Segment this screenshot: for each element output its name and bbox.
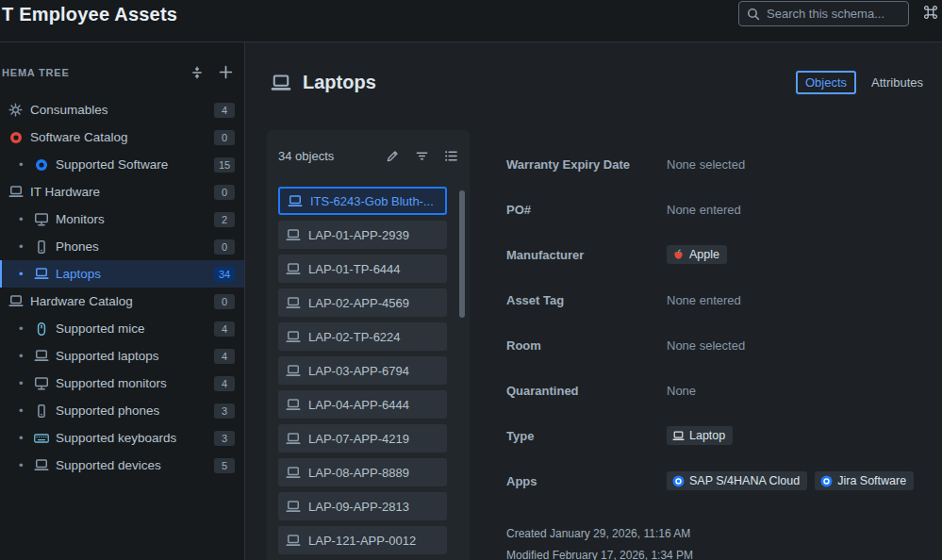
dot-circle-icon <box>8 131 24 144</box>
phone-icon <box>33 404 49 418</box>
bulk-edit-icon[interactable] <box>386 149 400 163</box>
laptop-icon <box>286 501 301 513</box>
field-label: Manufacturer <box>506 245 667 262</box>
list-view-icon[interactable] <box>444 149 458 163</box>
field-value: None entered <box>667 290 741 307</box>
count-badge: 34 <box>214 267 235 282</box>
count-badge: 4 <box>214 103 235 118</box>
field-value: None selected <box>667 336 745 353</box>
collapse-all-icon[interactable] <box>190 65 204 79</box>
object-meta: Created January 29, 2026, 11:16 AM Modif… <box>506 523 693 560</box>
object-label: LAP-09-APP-2813 <box>308 500 409 514</box>
add-object-type-icon[interactable] <box>219 65 233 79</box>
object-item-lap-121-app-0012[interactable]: LAP-121-APP-0012 <box>278 526 447 554</box>
object-item-lap-09-app-2813[interactable]: LAP-09-APP-2813 <box>278 492 447 520</box>
laptop-icon <box>286 467 301 479</box>
object-label: LAP-01-TP-6444 <box>308 262 401 276</box>
field-apps: AppsSAP S/4HANA CloudJira Software <box>506 471 940 492</box>
object-item-its-6243-gob-bluth[interactable]: ITS-6243-Gob Bluth-... <box>278 187 447 215</box>
bullet-icon: • <box>19 404 26 417</box>
object-details: Warranty Expiry DateNone selectedPO#None… <box>506 155 940 517</box>
laptop-icon <box>286 433 301 445</box>
count-badge: 3 <box>214 404 235 419</box>
count-badge: 3 <box>214 431 235 446</box>
schema-tree: Consumables4Software Catalog0•Supported … <box>0 89 244 479</box>
object-item-lap-02-app-4569[interactable]: LAP-02-APP-4569 <box>278 288 447 317</box>
count-badge: 0 <box>214 239 235 255</box>
filter-icon[interactable] <box>415 149 429 163</box>
schema-search-box[interactable] <box>738 1 909 26</box>
field-label: Apps <box>506 471 667 488</box>
sidebar-item-supported-mice[interactable]: •Supported mice4 <box>0 315 244 342</box>
count-badge: 4 <box>214 349 235 364</box>
laptop-icon <box>8 186 24 198</box>
monitor-icon <box>33 377 49 390</box>
tab-attributes[interactable]: Attributes <box>862 71 933 94</box>
tab-objects[interactable]: Objects <box>796 71 856 94</box>
sidebar-item-monitors[interactable]: •Monitors2 <box>0 206 244 233</box>
app-circle-icon <box>672 475 685 487</box>
field-value: SAP S/4HANA CloudJira Software <box>667 471 914 490</box>
laptop-icon <box>33 268 49 280</box>
tag-laptop[interactable]: Laptop <box>667 426 733 445</box>
field-label: Asset Tag <box>506 290 667 307</box>
field-room: RoomNone selected <box>506 336 940 356</box>
count-badge: 0 <box>214 294 235 309</box>
field-label: Type <box>506 426 667 443</box>
tag-label: Jira Software <box>837 474 906 487</box>
object-item-lap-02-tp-6224[interactable]: LAP-02-TP-6224 <box>278 322 447 351</box>
object-list-scrollbar[interactable] <box>459 190 465 554</box>
sidebar-item-consumables[interactable]: Consumables4 <box>0 96 244 124</box>
laptop-icon <box>286 229 301 241</box>
sidebar-item-phones[interactable]: •Phones0 <box>0 233 244 260</box>
object-item-lap-01-tp-6444[interactable]: LAP-01-TP-6444 <box>278 255 447 283</box>
sidebar-item-label: Laptops <box>56 267 101 281</box>
search-input[interactable] <box>767 7 901 21</box>
field-asset-tag: Asset TagNone entered <box>506 290 940 311</box>
sidebar-item-software-catalog[interactable]: Software Catalog0 <box>0 124 244 151</box>
sidebar-item-label: Supported laptops <box>56 349 159 363</box>
laptop-icon <box>286 263 301 275</box>
schema-tree-title: HEMA TREE <box>2 67 70 78</box>
bullet-icon: • <box>19 459 26 471</box>
object-item-lap-01-app-2939[interactable]: LAP-01-APP-2939 <box>278 221 447 249</box>
sidebar-item-supported-laptops[interactable]: •Supported laptops4 <box>0 342 244 370</box>
field-value: None selected <box>667 155 745 172</box>
sidebar-item-supported-keyboards[interactable]: •Supported keyboards3 <box>0 424 244 452</box>
sidebar-item-it-hardware[interactable]: IT Hardware0 <box>0 178 244 206</box>
sidebar-item-label: Monitors <box>56 212 105 226</box>
sidebar-item-supported-devices[interactable]: •Supported devices5 <box>0 452 244 479</box>
object-item-lap-04-app-6444[interactable]: LAP-04-APP-6444 <box>278 390 447 419</box>
sidebar-item-supported-monitors[interactable]: •Supported monitors4 <box>0 370 244 397</box>
tag-jira-software[interactable]: Jira Software <box>815 471 914 490</box>
field-label: Room <box>506 336 667 353</box>
sidebar-item-label: Phones <box>56 239 99 254</box>
tag-apple[interactable]: Apple <box>667 245 727 264</box>
object-list-header: 34 objects <box>278 145 458 166</box>
laptop-icon <box>33 459 49 471</box>
sidebar-item-hardware-catalog[interactable]: Hardware Catalog0 <box>0 288 244 315</box>
count-badge: 0 <box>214 130 235 145</box>
object-item-lap-07-app-4219[interactable]: LAP-07-APP-4219 <box>278 424 447 453</box>
field-value: None entered <box>667 200 741 217</box>
field-label: PO# <box>506 200 667 217</box>
laptop-icon <box>286 535 301 547</box>
sidebar-item-label: Supported devices <box>56 458 161 472</box>
count-badge: 4 <box>214 321 235 337</box>
object-label: LAP-121-APP-0012 <box>308 534 416 548</box>
sidebar-item-supported-phones[interactable]: •Supported phones3 <box>0 397 244 424</box>
scrollbar-thumb[interactable] <box>459 190 465 318</box>
command-icon[interactable] <box>923 5 938 20</box>
field-value: None <box>667 381 696 398</box>
field-warranty-expiry-date: Warranty Expiry DateNone selected <box>506 155 940 175</box>
sidebar-item-label: Supported phones <box>56 404 159 418</box>
tag-sap-s-4hana-cloud[interactable]: SAP S/4HANA Cloud <box>667 471 807 490</box>
sidebar-item-laptops[interactable]: •Laptops34 <box>0 260 244 288</box>
object-label: LAP-03-APP-6794 <box>308 364 409 378</box>
object-item-lap-03-app-6794[interactable]: LAP-03-APP-6794 <box>278 356 447 385</box>
object-item-lap-08-app-8889[interactable]: LAP-08-APP-8889 <box>278 458 447 486</box>
field-label: Quarantined <box>506 381 667 398</box>
bullet-icon: • <box>19 268 26 280</box>
monitor-icon <box>33 213 49 226</box>
sidebar-item-supported-software[interactable]: •Supported Software15 <box>0 151 244 178</box>
